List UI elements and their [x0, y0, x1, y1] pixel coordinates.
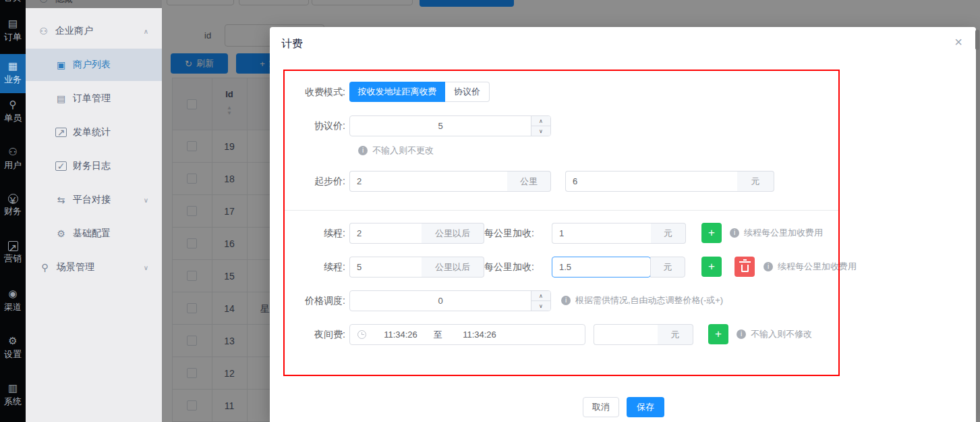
cancel-button[interactable]: 取消: [583, 397, 619, 417]
rail-item-riders[interactable]: ⚲ 单员: [0, 99, 26, 124]
agreement-price-input[interactable]: [350, 116, 531, 136]
night-amount-input[interactable]: [594, 324, 658, 345]
rail-item-system[interactable]: ▥ 系统: [0, 382, 26, 407]
tier-distance-input[interactable]: [349, 257, 422, 278]
app-root: ⌂ 首页 ▤ 订单 ▦ 业务 ⚲ 单员 ⚇ 用户 ¥ 财务 ↗ 营销 ◉ 渠道: [0, 0, 980, 422]
stepper-down-icon[interactable]: ∨: [531, 126, 550, 136]
info-icon: i: [737, 329, 746, 339]
sidebar-item-merchant-list[interactable]: ▣ 商户列表: [26, 49, 162, 81]
stepper-up-icon[interactable]: ∧: [531, 116, 550, 126]
tier-hint: i 续程每公里加收费用: [763, 257, 857, 277]
sidebar-item-platform-integration[interactable]: ⇆ 平台对接 ∨: [26, 184, 162, 216]
night-amount-group: 元: [594, 324, 693, 345]
tier-label: 续程:: [270, 223, 345, 243]
sidebar: ⚇ 隐藏 ⚇ 企业商户 ∧ ▣ 商户列表 ▤ 订单管理 ↗ 发单统计 ✓ 财务日…: [26, 0, 162, 422]
modal-title: 计费: [281, 37, 303, 51]
scrollbar-thumb[interactable]: [975, 30, 979, 50]
tier-label: 续程:: [270, 257, 345, 277]
tab-agreement-price[interactable]: 协议价: [445, 82, 490, 102]
night-end-time[interactable]: 11:34:26: [449, 325, 510, 344]
info-icon: i: [358, 146, 368, 155]
rider-icon: ⚲: [0, 99, 26, 111]
agreement-price-label: 协议价:: [270, 115, 345, 136]
unit-yuan: 元: [658, 324, 693, 345]
unit-after-km: 公里以后: [422, 257, 484, 278]
sidebar-item-order-management[interactable]: ▤ 订单管理: [26, 82, 162, 115]
chevron-up-icon: ∧: [144, 28, 148, 35]
sidebar-group-scene-management[interactable]: ⚲ 场景管理 ∨: [26, 251, 162, 284]
plus-icon: +: [708, 226, 715, 240]
unit-yuan: 元: [737, 171, 774, 192]
list-icon: ▤: [55, 93, 67, 104]
order-icon: ▤: [0, 18, 26, 30]
stepper-controls: ∧ ∨: [531, 116, 550, 136]
price-adjust-hint: i 根据需供情况,自由动态调整价格(-或+): [561, 290, 723, 311]
info-icon: i: [730, 228, 739, 238]
unit-yuan: 元: [651, 223, 686, 244]
stepper-down-icon[interactable]: ∨: [531, 301, 550, 311]
delete-tier-button[interactable]: [734, 257, 755, 277]
tier-amount-input[interactable]: [552, 223, 651, 244]
unit-after-km: 公里以后: [422, 223, 484, 244]
unit-km: 公里: [507, 171, 551, 192]
info-icon: i: [561, 296, 571, 305]
per-km-label: 每公里加收:: [484, 257, 534, 277]
plus-icon: +: [715, 327, 722, 341]
add-tier-button[interactable]: +: [701, 223, 722, 243]
sidebar-item-dispatch-stats[interactable]: ↗ 发单统计: [26, 116, 162, 149]
nav-rail: ⌂ 首页 ▤ 订单 ▦ 业务 ⚲ 单员 ⚇ 用户 ¥ 财务 ↗ 营销 ◉ 渠道: [0, 0, 26, 422]
agreement-price-hint: i 不输入则不更改: [358, 140, 434, 161]
price-adjust-stepper: ∧ ∨: [349, 290, 551, 311]
tier-amount-input-focused[interactable]: [552, 257, 651, 278]
base-amount-input[interactable]: [565, 171, 737, 192]
rail-item-home[interactable]: ⌂ 首页: [0, 0, 26, 3]
rail-item-orders[interactable]: ▤ 订单: [0, 18, 26, 43]
rail-item-settings[interactable]: ⚙ 设置: [0, 335, 26, 360]
gear-icon: ⚙: [55, 228, 67, 239]
tier-hint: i 续程每公里加收费用: [730, 223, 823, 243]
base-price-label: 起步价:: [270, 171, 345, 191]
channel-icon: ◉: [0, 288, 26, 300]
sidebar-item-finance-log[interactable]: ✓ 财务日志: [26, 150, 162, 182]
base-distance-input[interactable]: [349, 171, 507, 192]
link-icon: ⇆: [55, 194, 67, 205]
night-start-time[interactable]: 11:34:26: [370, 325, 431, 344]
business-grid-icon: ▦: [0, 60, 26, 72]
close-icon[interactable]: ×: [954, 35, 962, 49]
base-distance-group: 公里: [349, 171, 551, 192]
tier-distance-input[interactable]: [349, 223, 422, 244]
tier-distance-group: 公里以后: [349, 223, 484, 244]
rail-item-channels[interactable]: ◉ 渠道: [0, 288, 26, 313]
tab-distance-pricing[interactable]: 按收发地址距离收费: [349, 82, 445, 102]
clock-icon: [357, 330, 366, 339]
agreement-price-stepper: ∧ ∨: [349, 115, 551, 136]
add-night-fee-button[interactable]: +: [708, 324, 728, 344]
log-icon: ✓: [55, 161, 67, 171]
people-icon: ⚇: [38, 26, 49, 36]
system-icon: ▥: [0, 382, 26, 394]
save-button[interactable]: 保存: [627, 397, 664, 417]
night-time-range-picker[interactable]: 11:34:26 至 11:34:26: [349, 324, 585, 345]
night-fee-label: 夜间费:: [270, 324, 345, 344]
rail-item-users[interactable]: ⚇ 用户: [0, 146, 26, 171]
stats-icon: ↗: [55, 128, 67, 137]
charge-mode-label: 收费模式:: [270, 82, 345, 102]
stepper-up-icon[interactable]: ∧: [531, 291, 550, 301]
trash-icon: [741, 265, 749, 272]
sidebar-group-enterprise-merchants[interactable]: ⚇ 企业商户 ∧: [26, 19, 162, 43]
night-fee-hint: i 不输入则不修改: [737, 324, 812, 344]
tier-amount-group: 元: [552, 223, 686, 244]
scene-icon: ⚲: [39, 262, 51, 273]
base-amount-group: 元: [565, 171, 774, 192]
sidebar-item-basic-config[interactable]: ⚙ 基础配置: [26, 217, 162, 250]
plus-icon: +: [708, 260, 715, 273]
price-adjust-input[interactable]: [350, 291, 531, 311]
rail-item-marketing[interactable]: ↗ 营销: [0, 240, 26, 264]
id-card-icon: ▣: [55, 59, 67, 70]
rail-item-business[interactable]: ▦ 业务: [0, 54, 26, 93]
unit-yuan: 元: [650, 257, 685, 278]
add-tier-button[interactable]: +: [701, 257, 722, 277]
rail-item-finance[interactable]: ¥ 财务: [0, 193, 26, 217]
info-icon: i: [763, 262, 773, 271]
billing-modal: 计费 × 收费模式: 按收发地址距离收费 协议价 协议价: ∧ ∨ i 不输入则…: [270, 27, 976, 422]
